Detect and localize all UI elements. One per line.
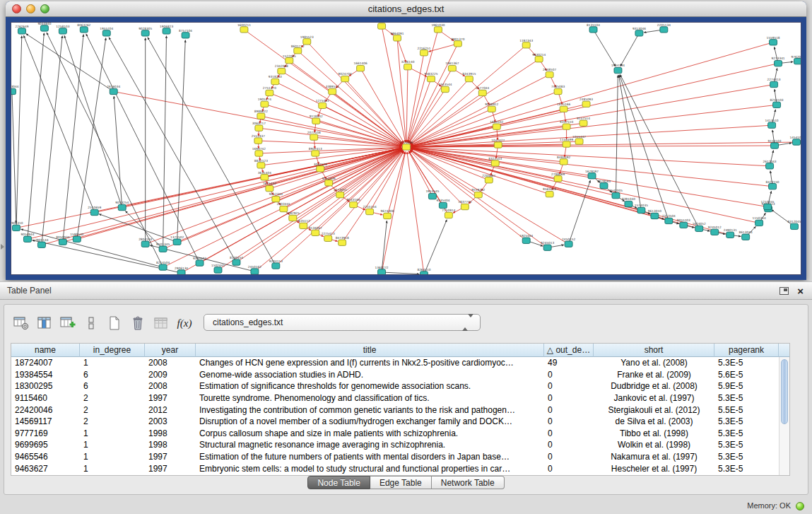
graph-node[interactable]: [404, 64, 412, 69]
graph-node[interactable]: [766, 163, 774, 169]
graph-node[interactable]: [163, 28, 170, 34]
column-header-short[interactable]: short: [594, 344, 714, 357]
graph-node[interactable]: [543, 245, 551, 250]
graph-node[interactable]: [23, 236, 31, 242]
graph-node[interactable]: [546, 191, 553, 197]
network-canvas[interactable]: 1724066198552386017121522085234200893182…: [11, 22, 801, 275]
graph-node[interactable]: [350, 201, 358, 207]
graph-node[interactable]: [770, 40, 777, 45]
graph-node[interactable]: [312, 230, 319, 235]
column-header-title[interactable]: title: [196, 344, 544, 357]
graph-node[interactable]: [474, 192, 482, 197]
table-settings-icon[interactable]: [13, 315, 30, 332]
table-row[interactable]: 2242004622012Investigating the contribut…: [11, 404, 779, 416]
graph-node[interactable]: [384, 213, 392, 218]
graph-node[interactable]: [40, 25, 48, 31]
graph-node[interactable]: [18, 28, 25, 34]
column-header-pagerank[interactable]: pagerank: [714, 344, 779, 357]
graph-node[interactable]: [403, 144, 411, 150]
graph-node[interactable]: [286, 58, 293, 64]
graph-node[interactable]: [324, 235, 332, 241]
graph-node[interactable]: [257, 113, 265, 119]
tab-network-table[interactable]: Network Table: [432, 476, 505, 489]
graph-node[interactable]: [289, 215, 297, 221]
graph-node[interactable]: [522, 238, 530, 243]
graph-node[interactable]: [357, 65, 365, 71]
graph-node[interactable]: [494, 142, 502, 148]
graph-node[interactable]: [582, 101, 590, 107]
tab-node-table[interactable]: Node Table: [307, 476, 370, 489]
graph-node[interactable]: [37, 242, 45, 247]
zoom-window-icon[interactable]: [40, 4, 49, 13]
graph-node[interactable]: [461, 204, 469, 209]
table-row[interactable]: 1872400712008Changes of HCN gene express…: [11, 357, 779, 369]
graph-node[interactable]: [575, 139, 583, 144]
graph-node[interactable]: [90, 209, 98, 215]
table-row[interactable]: 1456911722003Disruption of a novel membe…: [11, 416, 779, 428]
graph-node[interactable]: [546, 71, 553, 77]
graph-node[interactable]: [339, 240, 346, 245]
graph-node[interactable]: [173, 239, 181, 245]
vertical-scrollbar[interactable]: [779, 357, 789, 475]
graph-node[interactable]: [794, 59, 801, 64]
graph-node[interactable]: [177, 270, 185, 274]
graph-node[interactable]: [770, 81, 778, 87]
close-panel-icon[interactable]: ×: [797, 286, 804, 296]
graph-node[interactable]: [159, 264, 167, 270]
graph-node[interactable]: [742, 234, 750, 240]
graph-node[interactable]: [272, 196, 280, 201]
graph-node[interactable]: [612, 192, 620, 198]
graph-node[interactable]: [278, 68, 286, 74]
graph-node[interactable]: [764, 204, 772, 209]
graph-node[interactable]: [255, 125, 263, 131]
graph-node[interactable]: [266, 186, 273, 192]
graph-node[interactable]: [600, 183, 608, 189]
left-splitter-arrow-icon[interactable]: [1, 244, 4, 250]
graph-node[interactable]: [394, 35, 401, 41]
window-titlebar[interactable]: citations_edges.txt: [6, 1, 806, 17]
graph-node[interactable]: [272, 263, 280, 269]
graph-node[interactable]: [341, 76, 349, 81]
column-visibility-icon[interactable]: [36, 315, 53, 332]
graph-node[interactable]: [420, 271, 428, 274]
graph-node[interactable]: [491, 160, 499, 166]
graph-node[interactable]: [488, 106, 495, 112]
graph-node[interactable]: [266, 90, 273, 95]
graph-node[interactable]: [118, 204, 126, 210]
graph-node[interactable]: [325, 180, 333, 186]
graph-node[interactable]: [769, 184, 777, 189]
table-row[interactable]: 911546021997Tourette syndrome. Phenomeno…: [11, 392, 779, 404]
graph-node[interactable]: [182, 33, 189, 38]
import-table-icon[interactable]: [153, 315, 170, 332]
graph-node[interactable]: [465, 76, 473, 81]
column-header-name[interactable]: name: [11, 344, 80, 357]
graph-node[interactable]: [233, 259, 240, 265]
graph-node[interactable]: [478, 90, 486, 95]
graph-node[interactable]: [254, 138, 262, 144]
graph-node[interactable]: [214, 267, 222, 273]
graph-node[interactable]: [726, 232, 734, 238]
graph-node[interactable]: [560, 159, 567, 165]
table-row[interactable]: 977716911998Corpus callosum shape and si…: [11, 428, 779, 440]
table-selector-dropdown[interactable]: citations_edges.txt: [204, 314, 481, 331]
graph-node[interactable]: [448, 65, 456, 71]
function-builder-icon[interactable]: f(x): [176, 315, 193, 332]
graph-node[interactable]: [485, 177, 493, 183]
table-row[interactable]: 1938455462009Genome-wide association stu…: [11, 369, 779, 381]
graph-node[interactable]: [159, 246, 167, 252]
new-column-icon[interactable]: [59, 315, 76, 332]
graph-node[interactable]: [428, 193, 436, 199]
column-header-out_degree[interactable]: △ out_de…: [544, 344, 594, 357]
graph-node[interactable]: [427, 76, 435, 81]
float-panel-icon[interactable]: [779, 287, 789, 295]
table-row[interactable]: 946362711997Embryonic stem cells: a mode…: [11, 462, 779, 474]
graph-node[interactable]: [317, 166, 324, 172]
graph-node[interactable]: [563, 141, 570, 147]
graph-node[interactable]: [102, 30, 110, 36]
graph-node[interactable]: [141, 30, 149, 36]
graph-node[interactable]: [637, 207, 645, 213]
table-row[interactable]: 946554611997Estimation of the future num…: [11, 451, 779, 463]
graph-node[interactable]: [651, 213, 659, 218]
graph-node[interactable]: [680, 222, 688, 228]
table-row[interactable]: 1830029562008Estimation of significance …: [11, 380, 779, 392]
